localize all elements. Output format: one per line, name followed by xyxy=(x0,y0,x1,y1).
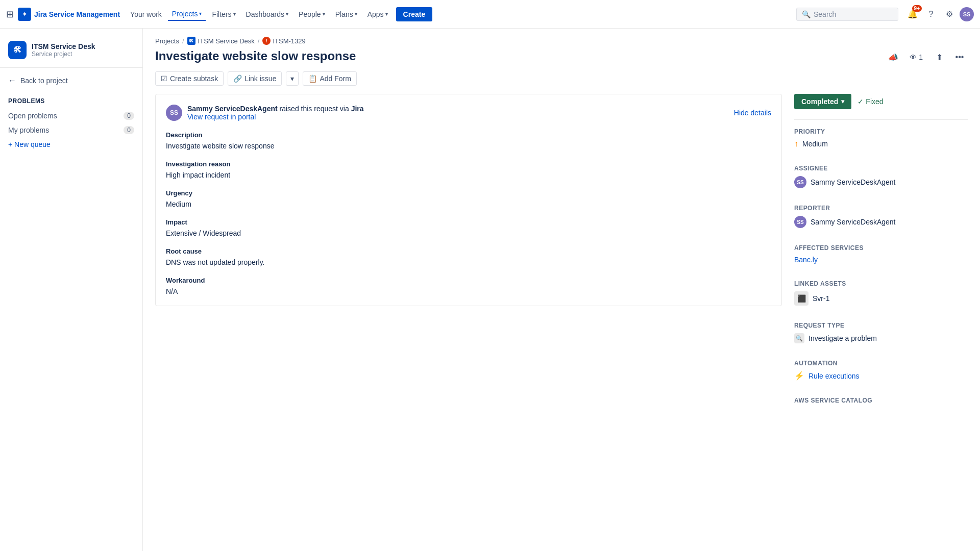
breadcrumb-sep-1: / xyxy=(182,37,184,45)
search-input[interactable] xyxy=(814,10,893,18)
nav-people[interactable]: People ▾ xyxy=(295,8,329,20)
reporter-section: Reporter SS Sammy ServiceDeskAgent xyxy=(794,205,968,236)
sidebar-item-my-problems[interactable]: My problems 0 xyxy=(0,123,142,137)
view-request-link[interactable]: View request in portal xyxy=(187,113,256,121)
sidebar-section-label: Problems xyxy=(0,89,142,109)
link-issue-button[interactable]: 🔗 Link issue xyxy=(228,71,282,86)
raised-by-text: Sammy ServiceDeskAgent raised this reque… xyxy=(187,105,364,113)
description-section: Description Investigate website slow res… xyxy=(166,131,771,150)
open-problems-badge: 0 xyxy=(124,112,134,120)
workaround-label: Workaround xyxy=(166,277,771,284)
breadcrumb-projects[interactable]: Projects xyxy=(155,37,179,45)
automation-section: Automation ⚡ Rule executions xyxy=(794,360,968,389)
plans-chevron: ▾ xyxy=(355,11,357,17)
create-subtask-button[interactable]: ☑ Create subtask xyxy=(155,71,224,86)
linked-assets-label: LINKED ASSETS xyxy=(794,280,968,287)
create-button[interactable]: Create xyxy=(396,7,433,21)
nav-dashboards[interactable]: Dashboards ▾ xyxy=(242,8,293,20)
assignee-label: Assignee xyxy=(794,165,968,172)
apps-chevron: ▾ xyxy=(385,11,388,17)
nav-apps[interactable]: Apps ▾ xyxy=(363,8,392,20)
main-content: Projects / 🛠 ITSM Service Desk / ! ITSM-… xyxy=(143,29,980,551)
megaphone-button[interactable]: 📣 xyxy=(885,49,901,65)
back-to-project[interactable]: ← Back to project xyxy=(0,72,142,89)
back-arrow-icon: ← xyxy=(8,76,16,85)
assignee-value: SS Sammy ServiceDeskAgent xyxy=(794,176,968,188)
help-button[interactable]: ? xyxy=(923,6,939,22)
completed-button[interactable]: Completed ▾ xyxy=(794,94,851,109)
linked-assets-value: ⬛ Svr-1 xyxy=(794,291,968,306)
impact-label: Impact xyxy=(166,218,771,226)
projects-chevron: ▾ xyxy=(199,11,202,16)
aws-section: AWS Service Catalog xyxy=(794,397,968,416)
notification-badge: 9+ xyxy=(912,5,922,12)
automation-link[interactable]: Rule executions xyxy=(808,372,860,380)
description-label: Description xyxy=(166,131,771,139)
investigation-value: High impact incident xyxy=(166,171,771,179)
add-form-button[interactable]: 📋 Add Form xyxy=(303,71,356,86)
sidebar-item-open-problems[interactable]: Open problems 0 xyxy=(0,109,142,123)
people-chevron: ▾ xyxy=(323,11,325,17)
investigation-section: Investigation reason High impact inciden… xyxy=(166,160,771,179)
breadcrumb-project-name[interactable]: ITSM Service Desk xyxy=(198,37,255,45)
sidebar-project: 🛠 ITSM Service Desk Service project xyxy=(0,37,142,68)
my-problems-badge: 0 xyxy=(124,126,134,134)
help-icon: ? xyxy=(929,10,934,19)
priority-label: Priority xyxy=(794,128,968,135)
app-layout: 🛠 ITSM Service Desk Service project ← Ba… xyxy=(0,29,980,551)
automation-value: ⚡ Rule executions xyxy=(794,371,968,381)
priority-up-icon: ↑ xyxy=(794,139,798,148)
grid-icon[interactable]: ⊞ xyxy=(6,9,14,20)
root-cause-section: Root cause DNS was not updated properly. xyxy=(166,247,771,266)
detail-card: SS Sammy ServiceDeskAgent raised this re… xyxy=(155,94,782,306)
notifications-button[interactable]: 🔔 9+ xyxy=(904,6,921,22)
reporter-avatar: SS xyxy=(794,216,806,228)
aws-label: AWS Service Catalog xyxy=(794,397,968,404)
watchers-button[interactable]: 👁 1 xyxy=(905,51,927,63)
workaround-section: Workaround N/A xyxy=(166,277,771,295)
urgency-value: Medium xyxy=(166,200,771,208)
affected-services-value: Banc.ly xyxy=(794,256,968,264)
request-type-icon: 🔍 xyxy=(794,333,804,343)
settings-button[interactable]: ⚙ xyxy=(941,6,958,22)
search-bar[interactable]: 🔍 xyxy=(796,8,898,21)
sidebar: 🛠 ITSM Service Desk Service project ← Ba… xyxy=(0,29,143,551)
priority-section: Priority ↑ Medium xyxy=(794,128,968,157)
urgency-section: Urgency Medium xyxy=(166,189,771,208)
workaround-value: N/A xyxy=(166,287,771,295)
user-avatar[interactable]: SS xyxy=(960,7,974,21)
logo-icon: ✦ xyxy=(18,8,31,21)
impact-value: Extensive / Widespread xyxy=(166,229,771,237)
affected-link[interactable]: Banc.ly xyxy=(794,256,818,264)
topnav: ⊞ ✦ Jira Service Management Your work Pr… xyxy=(0,0,980,29)
nav-plans[interactable]: Plans ▾ xyxy=(331,8,361,20)
linked-assets-section: LINKED ASSETS ⬛ Svr-1 xyxy=(794,280,968,314)
nav-your-work[interactable]: Your work xyxy=(126,8,166,20)
issue-type-icon: ! xyxy=(262,37,271,45)
agent-avatar: SS xyxy=(166,105,182,121)
issue-main: SS Sammy ServiceDeskAgent raised this re… xyxy=(155,94,782,424)
root-cause-label: Root cause xyxy=(166,247,771,255)
breadcrumb-sep-2: / xyxy=(258,37,260,45)
hide-details-link[interactable]: Hide details xyxy=(734,109,771,117)
more-button[interactable]: ••• xyxy=(951,49,968,65)
assignee-avatar: SS xyxy=(794,176,806,188)
project-icon: 🛠 xyxy=(8,41,27,59)
issue-header: Investigate website slow response 📣 👁 1 … xyxy=(143,49,980,71)
breadcrumb-project-icon: 🛠 xyxy=(187,37,195,45)
toolbar-dropdown-button[interactable]: ▾ xyxy=(286,71,299,86)
affected-services-label: Affected services xyxy=(794,244,968,252)
new-queue-button[interactable]: + New queue xyxy=(0,137,142,152)
root-cause-value: DNS was not updated properly. xyxy=(166,258,771,266)
link-icon: 🔗 xyxy=(233,74,242,83)
nav-projects[interactable]: Projects ▾ xyxy=(168,8,206,21)
project-name: ITSM Service Desk xyxy=(32,42,95,51)
project-type: Service project xyxy=(32,51,95,58)
request-type-section: Request Type 🔍 Investigate a problem xyxy=(794,322,968,352)
subtask-icon: ☑ xyxy=(161,74,167,83)
request-type-value: 🔍 Investigate a problem xyxy=(794,333,968,343)
breadcrumb-issue-id[interactable]: ITSM-1329 xyxy=(273,37,305,45)
nav-filters[interactable]: Filters ▾ xyxy=(208,8,239,20)
breadcrumb-project: 🛠 ITSM Service Desk xyxy=(187,37,255,45)
share-button[interactable]: ⬆ xyxy=(931,49,947,65)
